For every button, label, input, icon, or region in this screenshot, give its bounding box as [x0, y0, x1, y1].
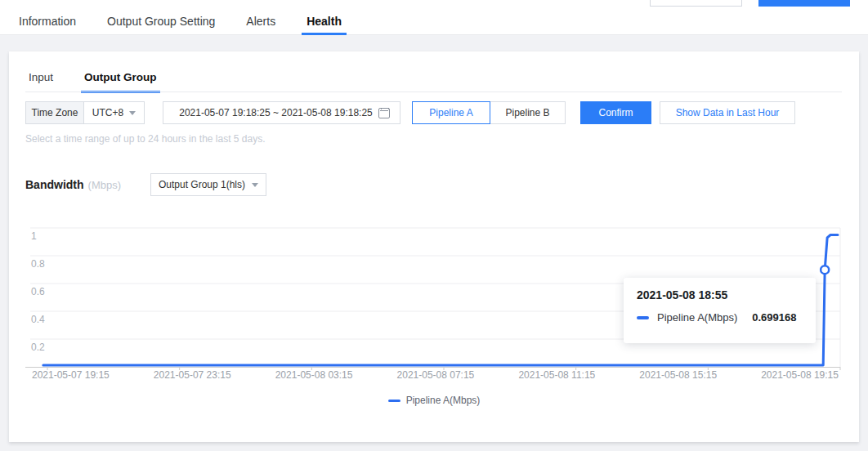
x-axis-labels: 2021-05-07 19:152021-05-07 23:152021-05-…: [32, 369, 839, 381]
chart-legend[interactable]: Pipeline A(Mbps): [9, 395, 859, 406]
filter-toolbar: Time Zone UTC+8 2021-05-07 19:18:25 ~ 20…: [25, 101, 843, 124]
tab-output-group-setting[interactable]: Output Group Setting: [102, 15, 220, 35]
legend-label: Pipeline A(Mbps): [406, 395, 481, 406]
tooltip-series-value: 0.699168: [752, 311, 796, 324]
confirm-button[interactable]: Confirm: [580, 101, 651, 124]
show-data-last-hour-button[interactable]: Show Data in Last Hour: [660, 101, 795, 124]
date-range-input[interactable]: 2021-05-07 19:18:25 ~ 2021-05-08 19:18:2…: [163, 101, 400, 124]
bandwidth-title: Bandwidth: [25, 178, 84, 191]
svg-text:1: 1: [31, 230, 37, 242]
header-input-partial[interactable]: [650, 0, 742, 7]
panel-tabs-divider: [25, 92, 842, 92]
tab-health[interactable]: Health: [302, 15, 347, 35]
caret-down-icon: [252, 183, 258, 187]
x-axis-label: 2021-05-08 19:15: [761, 369, 839, 381]
health-panel-card: Input Output Group Time Zone UTC+8 2021-…: [9, 51, 859, 442]
chart-tooltip: 2021-05-08 18:55 Pipeline A(Mbps) 0.6991…: [624, 278, 816, 343]
panel-tabs: Input Output Group: [25, 68, 160, 92]
x-axis-label: 2021-05-08 03:15: [275, 369, 353, 381]
date-range-value: 2021-05-07 19:18:25 ~ 2021-05-08 19:18:2…: [173, 107, 378, 118]
tooltip-series-marker: [637, 316, 649, 319]
timezone-label: Time Zone: [25, 101, 84, 124]
caret-down-icon: [129, 111, 136, 115]
tooltip-series-row: Pipeline A(Mbps) 0.699168: [637, 311, 803, 324]
timezone-select[interactable]: UTC+8: [83, 101, 145, 124]
svg-text:0.6: 0.6: [31, 286, 45, 297]
main-tabs: Information Output Group Setting Alerts …: [14, 0, 347, 35]
tab-output-group[interactable]: Output Group: [81, 68, 159, 92]
x-axis-label: 2021-05-08 11:15: [518, 369, 595, 381]
header-primary-button-partial[interactable]: [758, 0, 850, 7]
time-range-hint: Select a time range of up to 24 hours in…: [25, 133, 266, 145]
svg-text:0.4: 0.4: [31, 314, 45, 325]
tab-alerts[interactable]: Alerts: [241, 15, 280, 35]
output-group-select[interactable]: Output Group 1(hls): [150, 173, 266, 196]
calendar-icon: [378, 108, 390, 118]
pipeline-a-button[interactable]: Pipeline A: [412, 101, 490, 124]
pipeline-b-button[interactable]: Pipeline B: [490, 101, 566, 124]
x-axis-label: 2021-05-08 15:15: [639, 369, 717, 381]
svg-text:0.8: 0.8: [31, 258, 45, 270]
tooltip-series-name: Pipeline A(Mbps): [657, 311, 737, 324]
x-axis-label: 2021-05-08 07:15: [397, 369, 475, 381]
timezone-value: UTC+8: [92, 107, 123, 118]
svg-text:0.2: 0.2: [31, 342, 45, 353]
tab-information[interactable]: Information: [14, 15, 81, 35]
x-axis-label: 2021-05-07 19:15: [32, 369, 110, 381]
x-axis-label: 2021-05-07 23:15: [154, 369, 231, 381]
tab-input[interactable]: Input: [25, 68, 56, 92]
output-group-select-value: Output Group 1(hls): [159, 179, 245, 190]
bandwidth-unit: (Mbps): [88, 179, 121, 191]
legend-line-marker: [388, 400, 400, 402]
tooltip-timestamp: 2021-05-08 18:55: [637, 288, 803, 301]
bandwidth-header: Bandwidth (Mbps) Output Group 1(hls): [25, 173, 266, 196]
